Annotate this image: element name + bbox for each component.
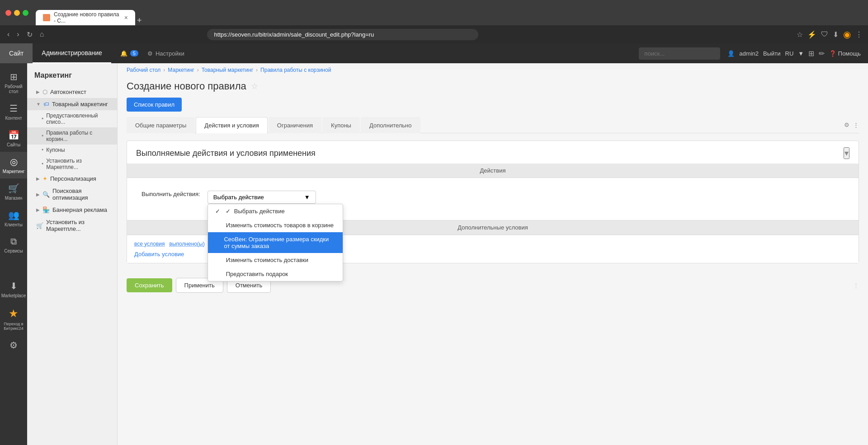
nav-install-marketplace2[interactable]: 🛒 Установить из Маркетпле... (27, 216, 117, 235)
sidebar-item-marketing[interactable]: ◎ Маркетинг (0, 152, 27, 178)
admin-button[interactable]: Администрирование (33, 43, 111, 63)
nav-personalization[interactable]: ▶ ✦ Персонализация (27, 173, 117, 185)
active-tab[interactable]: Создание нового правила - С... × (36, 10, 135, 25)
extensions-icon[interactable]: ⚡ (807, 30, 816, 39)
maximize-dot[interactable] (23, 10, 28, 16)
dropdown-option-delivery[interactable]: Изменить стоимость доставки (208, 253, 343, 267)
dropdown-container: Выбрать действие ▼ ✓ Выбрать действие (208, 191, 316, 204)
dropdown-option-select[interactable]: ✓ Выбрать действие (208, 204, 343, 218)
more-icon[interactable]: ⋮ (855, 30, 863, 39)
action-dropdown-menu: ✓ Выбрать действие Изменить стоимость то… (208, 204, 343, 281)
nav-icon-personalization: ✦ (42, 175, 47, 182)
tab-general[interactable]: Общие параметры (127, 117, 195, 133)
sidebar-item-content[interactable]: ☰ Контент (0, 98, 27, 125)
username-label: admin2 (739, 50, 759, 57)
profile-icon[interactable]: ◉ (843, 29, 851, 40)
conditions-fulfilled-link[interactable]: выполнено(ы) (170, 241, 205, 247)
edit-icon[interactable]: ✏ (819, 49, 825, 58)
arrow-icon-seo: ▶ (36, 192, 40, 197)
new-tab-button[interactable]: + (137, 16, 142, 25)
bookmark-icon[interactable]: ☆ (797, 30, 803, 39)
tab-coupons[interactable]: Купоны (322, 117, 360, 133)
close-dot[interactable] (5, 10, 11, 16)
sidebar-item-marketplace[interactable]: ⬇ Marketplace (0, 276, 27, 303)
search-input[interactable] (639, 47, 720, 60)
sidebar-label-marketing: Маркетинг (3, 169, 25, 174)
save-button[interactable]: Сохранить (127, 278, 172, 292)
back-button[interactable]: ‹ (5, 28, 11, 40)
logout-button[interactable]: Выйти (763, 50, 781, 57)
sidebar-item-sites[interactable]: 📅 Сайты (0, 125, 27, 152)
nav-sub-preset[interactable]: • Предустановленный списо... (27, 110, 117, 127)
app: Сайт Администрирование 🔔 5 ⚙ Настройки 👤… (0, 43, 868, 445)
lang-button[interactable]: RU (785, 50, 794, 57)
list-button[interactable]: Список правил (127, 98, 182, 112)
tab-favicon (43, 14, 50, 21)
top-nav: Сайт Администрирование 🔔 5 ⚙ Настройки 👤… (0, 43, 868, 63)
nav-sub-cart-rules[interactable]: • Правила работы с корзин... (27, 127, 117, 145)
browser-chrome: Создание нового правила - С... × + (0, 0, 868, 25)
tab-drag-icon[interactable]: ⋮ (853, 122, 859, 128)
tab-close-button[interactable]: × (124, 14, 128, 21)
sidebar-item-services[interactable]: ⧉ Сервисы (0, 232, 27, 258)
favorite-button[interactable]: ☆ (251, 81, 258, 91)
nav-banner[interactable]: ▶ 🏪 Баннерная реклама (27, 204, 117, 216)
nav-label-preset: Предустановленный списо... (46, 112, 110, 125)
marketing-icon: ◎ (10, 156, 18, 167)
tab-limits[interactable]: Ограничения (269, 117, 321, 133)
download-icon[interactable]: ⬇ (833, 30, 839, 39)
action-dropdown-trigger[interactable]: Выбрать действие ▼ (208, 191, 316, 204)
arrow-icon: ▶ (36, 89, 40, 94)
address-input[interactable] (207, 29, 478, 40)
actions-subsection-header: Действия (127, 164, 859, 178)
dropdown-option-gift[interactable]: Предоставить подарок (208, 267, 343, 281)
sidebar-item-shop[interactable]: 🛒 Магазин (0, 178, 27, 205)
nav-seo[interactable]: ▶ 🔍 Поисковая оптимизация (27, 185, 117, 204)
nav-sub-coupons[interactable]: • Купоны (27, 145, 117, 155)
add-condition-link[interactable]: Добавить условие (134, 251, 184, 258)
help-button[interactable]: ❓ Помощь (829, 50, 861, 57)
nav-label-install: Установить из Маркетпле... (46, 158, 110, 170)
tab-actions[interactable]: Действия и условия (196, 117, 267, 133)
layout-icon[interactable]: ⊞ (808, 49, 814, 58)
notifications-button[interactable]: 🔔 5 (120, 50, 138, 57)
sidebar-item-settings[interactable]: ⚙ (0, 335, 27, 355)
shop-icon: 🛒 (8, 183, 19, 194)
main-content: Рабочий стол › Маркетинг › Товарный марк… (118, 63, 868, 445)
breadcrumb-marketing[interactable]: Маркетинг (168, 67, 194, 73)
nav-sub-install-marketplace[interactable]: • Установить из Маркетпле... (27, 155, 117, 173)
sidebar-item-clients[interactable]: 👥 Клиенты (0, 205, 27, 232)
settings-nav-button[interactable]: ⚙ Настройки (147, 50, 184, 57)
nav-icon-seo: 🔍 (42, 191, 50, 198)
nav-autocontext[interactable]: ▶ ⬡ Автоконтекст (27, 86, 117, 98)
breadcrumb-product-marketing[interactable]: Товарный маркетинг (202, 67, 253, 73)
home-button[interactable]: ⌂ (38, 28, 46, 40)
address-bar: ‹ › ↻ ⌂ ☆ ⚡ 🛡 ⬇ ◉ ⋮ (0, 25, 868, 43)
conditions-all-link[interactable]: все условия (134, 241, 165, 247)
nav-icon-install: • (42, 161, 43, 167)
user-icon: 👤 (727, 50, 735, 57)
sidebar-item-goto[interactable]: ★ Переход в Битрикс24 (0, 303, 27, 335)
arrow-icon-p: ▶ (36, 176, 40, 181)
sidebar-item-dashboard[interactable]: ⊞ Рабочий стол (0, 67, 27, 98)
dropdown-option-change-cost[interactable]: Изменить стоимость товаров в корзине (208, 218, 343, 232)
site-button[interactable]: Сайт (0, 43, 33, 63)
dropdown-option-label-change-cost: Изменить стоимость товаров в корзине (226, 222, 334, 229)
minimize-dot[interactable] (14, 10, 20, 16)
left-nav: Маркетинг ▶ ⬡ Автоконтекст ▼ 🏷 Товарный … (27, 63, 118, 445)
breadcrumb-cart-rules[interactable]: Правила работы с корзиной (260, 67, 331, 73)
reload-button[interactable]: ↻ (25, 28, 34, 41)
sidebar-label-content: Контент (5, 116, 22, 121)
tab-settings-icon[interactable]: ⚙ (844, 122, 849, 128)
tab-extra[interactable]: Дополнительно (361, 117, 420, 133)
breadcrumb-desktop[interactable]: Рабочий стол (127, 67, 160, 73)
nav-label-cart: Правила работы с корзин... (46, 130, 110, 142)
shield-icon[interactable]: 🛡 (821, 30, 828, 38)
dropdown-arrow-icon: ▼ (304, 194, 310, 201)
services-icon: ⧉ (10, 236, 17, 247)
collapse-button[interactable]: ▾ (844, 147, 849, 159)
dropdown-option-seoven[interactable]: СеоВен: Ограничение размера скидки от су… (208, 232, 343, 253)
sidebar-label-clients: Клиенты (5, 222, 23, 227)
nav-product-marketing[interactable]: ▼ 🏷 Товарный маркетинг (27, 98, 117, 110)
forward-button[interactable]: › (15, 28, 21, 40)
